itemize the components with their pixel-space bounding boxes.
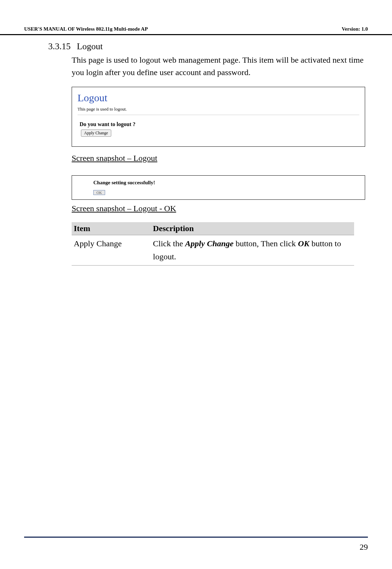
page-header: USER'S MANUAL OF Wireless 802.11g Multi-… bbox=[0, 0, 392, 35]
cell-description: Click the Apply Change button, Then clic… bbox=[151, 235, 354, 266]
desc-em: Apply Change bbox=[185, 239, 234, 248]
desc-text: Click the bbox=[153, 239, 185, 248]
success-message: Change setting successfully! bbox=[93, 180, 360, 186]
table-header-row: Item Description bbox=[72, 222, 354, 235]
screenshot-logout: Logout This page is used to logout. Do y… bbox=[72, 87, 365, 147]
section-title: Logout bbox=[77, 41, 103, 52]
cell-item: Apply Change bbox=[72, 235, 151, 266]
screenshot-logout-ok: Change setting successfully! OK bbox=[72, 175, 365, 200]
logout-heading: Logout bbox=[78, 92, 359, 104]
desc-text: button, Then click bbox=[234, 239, 298, 248]
divider bbox=[78, 115, 359, 115]
table-row: Apply Change Click the Apply Change butt… bbox=[72, 235, 354, 266]
section-body: This page is used to logout web manageme… bbox=[72, 54, 365, 79]
header-title-left: USER'S MANUAL OF Wireless 802.11g Multi-… bbox=[24, 26, 148, 32]
header-title-right: Version: 1.0 bbox=[342, 26, 368, 32]
caption-logout-ok: Screen snapshot – Logout - OK bbox=[72, 204, 365, 213]
caption-logout: Screen snapshot – Logout bbox=[72, 154, 365, 163]
content-area: 3.3.15 Logout This page is used to logou… bbox=[0, 41, 392, 266]
logout-question: Do you want to logout ? bbox=[78, 121, 359, 127]
description-table: Item Description Apply Change Click the … bbox=[72, 222, 354, 266]
section-heading: 3.3.15 Logout bbox=[48, 41, 365, 52]
th-item: Item bbox=[72, 222, 151, 235]
apply-change-button[interactable]: Apply Change bbox=[81, 130, 111, 137]
page-number: 29 bbox=[360, 542, 368, 551]
th-description: Description bbox=[151, 222, 354, 235]
desc-em: OK bbox=[298, 239, 309, 248]
logout-subtitle: This page is used to logout. bbox=[78, 106, 359, 112]
ok-button[interactable]: OK bbox=[93, 190, 105, 195]
section-number: 3.3.15 bbox=[48, 41, 71, 52]
page-footer: 29 bbox=[24, 537, 368, 552]
